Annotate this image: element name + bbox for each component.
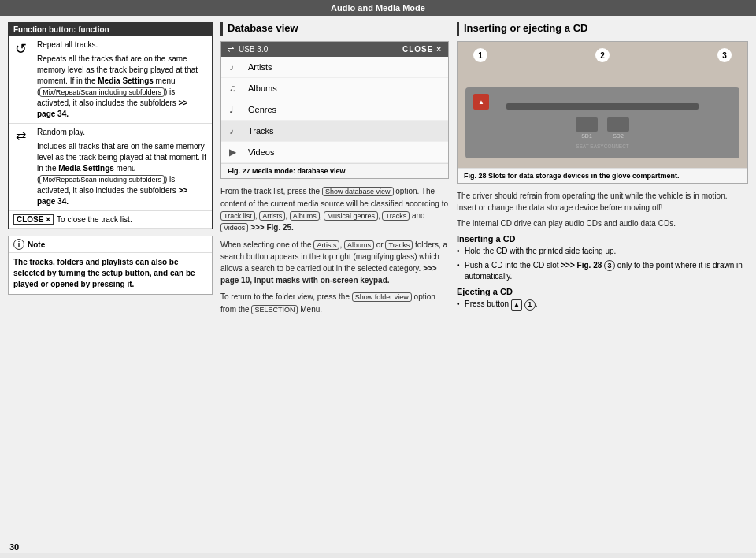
db-body-text-3: To return to the folder view, press the … bbox=[220, 291, 449, 315]
ejecting-cd-title: Ejecting a CD bbox=[457, 287, 748, 296]
close-label: CLOSE × bbox=[13, 214, 54, 225]
function-box: Function button: function ↺ Repeat all t… bbox=[8, 22, 213, 229]
mid-column: Database view ⇌ USB 3.0 CLOSE × ♪ Artist… bbox=[220, 22, 449, 547]
db-menu-item-tracks[interactable]: ♪ Tracks bbox=[221, 121, 448, 142]
bullet-3: Press button ▲ 1. bbox=[457, 299, 748, 311]
sd2-slot: SD2 bbox=[607, 117, 629, 139]
inserting-cd-title: Inserting a CD bbox=[457, 234, 748, 244]
note-box: i Note The tracks, folders and playlists… bbox=[8, 236, 213, 295]
cd-number-1: 1 bbox=[473, 48, 487, 62]
eject-button[interactable]: ▲ bbox=[473, 94, 489, 110]
sd1-slot-body bbox=[576, 117, 598, 132]
albums-label: Albums bbox=[248, 84, 277, 93]
cd-number-3: 3 bbox=[717, 48, 732, 62]
right-column: Inserting or ejecting a CD 1 2 3 ▲ bbox=[457, 22, 748, 547]
random-text: Random play. Includes all tracks that ar… bbox=[32, 124, 212, 211]
db-menu-item-albums[interactable]: ♫ Albums bbox=[221, 78, 448, 99]
sd1-label: SD1 bbox=[581, 133, 592, 139]
videos-btn[interactable]: Videos bbox=[220, 223, 248, 232]
track-list-btn[interactable]: Track list bbox=[220, 211, 255, 221]
page-header: Audio and Media Mode bbox=[0, 0, 756, 16]
cd-body-text-2: The internal CD drive can play audio CDs… bbox=[457, 218, 748, 229]
seat-label: SEAT EASYCONNECT bbox=[576, 143, 629, 149]
info-icon: i bbox=[13, 239, 24, 250]
genres-icon: ♩ bbox=[229, 104, 242, 115]
table-row: ↺ Repeat all tracks. Repeats all the tra… bbox=[9, 36, 212, 124]
videos-label: Videos bbox=[248, 147, 274, 157]
cd-body-text-1: The driver should refrain from operating… bbox=[457, 190, 748, 214]
note-text: The tracks, folders and playlists can al… bbox=[9, 253, 212, 294]
db-view-header-left: ⇌ USB 3.0 bbox=[228, 45, 268, 54]
cd-number-2: 2 bbox=[595, 48, 610, 62]
bullet-1: Hold the CD with the printed side facing… bbox=[457, 246, 748, 257]
show-folder-view-btn[interactable]: Show folder view bbox=[352, 292, 412, 302]
circle-3-icon: 3 bbox=[604, 260, 615, 271]
tracks-btn-2[interactable]: Tracks bbox=[385, 240, 413, 250]
close-row: CLOSE × To close the track list. bbox=[9, 211, 212, 229]
artists-btn-2[interactable]: Artists bbox=[313, 240, 339, 250]
page-number: 30 bbox=[9, 542, 19, 552]
db-view-box: ⇌ USB 3.0 CLOSE × ♪ Artists ♫ Albums ♩ G… bbox=[220, 41, 449, 179]
selection-btn[interactable]: SELECTION bbox=[251, 305, 298, 314]
device-body: ▲ SD1 SD2 SEAT bbox=[465, 87, 739, 158]
usb-icon: ⇌ bbox=[228, 45, 234, 54]
tracks-btn[interactable]: Tracks bbox=[382, 211, 410, 221]
bullet-2: Push a CD into the CD slot >>> Fig. 28 3… bbox=[457, 260, 748, 282]
videos-icon: ▶ bbox=[229, 147, 242, 158]
sd-area: SD1 SD2 bbox=[576, 117, 629, 139]
random-text-1: Random play. bbox=[37, 127, 207, 138]
left-column: Function button: function ↺ Repeat all t… bbox=[8, 22, 213, 547]
tracks-label: Tracks bbox=[248, 126, 274, 136]
repeat-icon: ↺ bbox=[9, 36, 32, 124]
artists-icon: ♪ bbox=[229, 61, 242, 73]
cd-diagram-inner: 1 2 3 ▲ SD1 bbox=[458, 42, 747, 168]
note-header: i Note bbox=[9, 236, 212, 253]
genres-label: Genres bbox=[248, 105, 276, 114]
db-menu-item-artists[interactable]: ♪ Artists bbox=[221, 57, 448, 78]
cd-section-title: Inserting or ejecting a CD bbox=[457, 22, 748, 36]
repeat-text-2: Repeats all the tracks that are on the s… bbox=[37, 54, 207, 120]
fig-27-caption: Fig. 27 Media mode: database view bbox=[221, 163, 448, 178]
table-row: ⇄ Random play. Includes all tracks that … bbox=[9, 124, 212, 211]
random-text-2: Includes all tracks that are on the same… bbox=[37, 141, 207, 207]
fig-27-text: Media mode: database view bbox=[252, 167, 346, 175]
db-view-section-title: Database view bbox=[220, 22, 449, 36]
db-close-button[interactable]: CLOSE × bbox=[402, 45, 442, 54]
artists-label: Artists bbox=[248, 62, 272, 72]
close-desc: To close the track list. bbox=[57, 215, 132, 224]
fig-28-caption: Fig. 28 Slots for data storage devices i… bbox=[458, 168, 747, 183]
function-table: ↺ Repeat all tracks. Repeats all the tra… bbox=[9, 36, 212, 211]
db-menu-item-genres[interactable]: ♩ Genres bbox=[221, 99, 448, 121]
artists-btn[interactable]: Artists bbox=[259, 211, 285, 221]
db-menu-list: ♪ Artists ♫ Albums ♩ Genres ♪ Tracks ▶ bbox=[221, 57, 448, 163]
db-body-text-1: From the track list, press the Show data… bbox=[220, 185, 449, 234]
albums-btn[interactable]: Albums bbox=[290, 211, 320, 221]
function-box-title: Function button: function bbox=[9, 23, 212, 36]
eject-icon: ▲ bbox=[478, 99, 484, 106]
header-title: Audio and Media Mode bbox=[331, 3, 425, 13]
arrow-up-icon: ▲ bbox=[511, 299, 522, 311]
tracks-icon: ♪ bbox=[229, 125, 242, 136]
db-view-header: ⇌ USB 3.0 CLOSE × bbox=[221, 42, 448, 57]
db-menu-item-videos[interactable]: ▶ Videos bbox=[221, 142, 448, 163]
cd-slot bbox=[506, 103, 699, 110]
albums-btn-2[interactable]: Albums bbox=[344, 240, 374, 250]
usb-label: USB 3.0 bbox=[239, 45, 268, 54]
show-database-view-btn[interactable]: Show database view bbox=[322, 187, 394, 196]
fig-28-text: Slots for data storage devices in the gl… bbox=[488, 172, 680, 180]
sd2-slot-body bbox=[607, 117, 629, 132]
musical-genres-btn[interactable]: Musical genres bbox=[324, 211, 378, 221]
cd-diagram-box: 1 2 3 ▲ SD1 bbox=[457, 41, 748, 184]
repeat-text-1: Repeat all tracks. bbox=[37, 39, 207, 50]
sd1-slot: SD1 bbox=[576, 117, 598, 139]
sd2-label: SD2 bbox=[613, 133, 624, 139]
circle-1-icon: 1 bbox=[524, 299, 536, 311]
fig-28-ref: Fig. 28 bbox=[464, 172, 487, 180]
repeat-text: Repeat all tracks. Repeats all the track… bbox=[32, 36, 212, 124]
db-body-text-2: When selecting one of the Artists, Album… bbox=[220, 239, 449, 287]
note-title: Note bbox=[28, 240, 45, 249]
shuffle-icon: ⇄ bbox=[9, 124, 32, 211]
fig-27-ref: Fig. 27 bbox=[228, 167, 250, 175]
albums-icon: ♫ bbox=[229, 83, 242, 94]
